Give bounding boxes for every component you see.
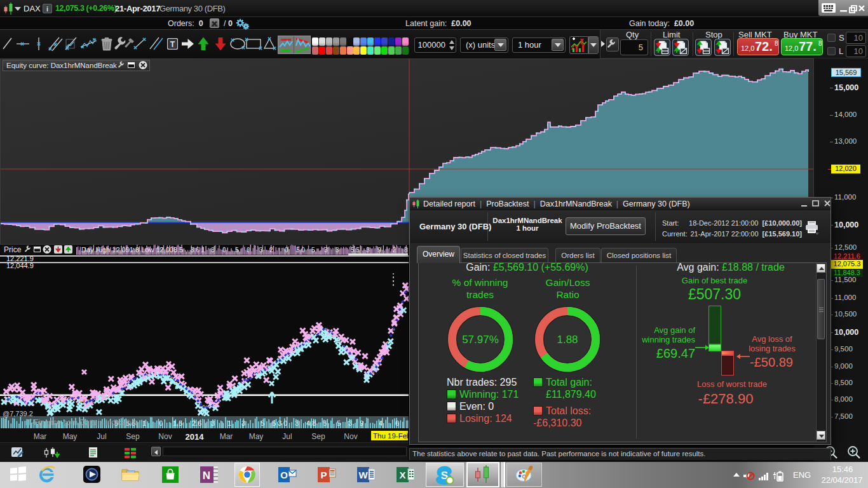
- svg-text:1: 1: [227, 419, 231, 427]
- svg-text:8: 8: [404, 247, 408, 254]
- svg-text:3: 3: [295, 419, 299, 427]
- svg-text:X: X: [399, 470, 405, 480]
- svg-text:12,044.9: 12,044.9: [6, 262, 34, 269]
- svg-text:@7,739.2: @7,739.2: [3, 410, 33, 417]
- svg-text:Nov: Nov: [158, 432, 172, 441]
- svg-text:3: 3: [366, 247, 370, 254]
- svg-text:5: 5: [235, 247, 239, 254]
- svg-text:3: 3: [348, 419, 352, 427]
- svg-text:3: 3: [324, 247, 328, 254]
- svg-text:Nov: Nov: [344, 432, 357, 441]
- svg-text:Jul: Jul: [97, 432, 106, 441]
- svg-text:May: May: [63, 432, 78, 441]
- svg-text:3: 3: [211, 419, 215, 427]
- svg-text:0: 0: [247, 247, 250, 254]
- svg-text:6: 6: [395, 419, 399, 427]
- svg-text:0: 0: [222, 247, 226, 254]
- svg-text:1.88: 1.88: [557, 334, 578, 346]
- svg-text:4.8: 4.8: [306, 419, 316, 427]
- svg-text:T: T: [170, 40, 175, 49]
- svg-text:P: P: [320, 470, 327, 480]
- svg-text:5: 5: [337, 419, 341, 427]
- svg-text:W: W: [358, 470, 368, 480]
- svg-text:1.5: 1.5: [173, 419, 182, 427]
- svg-text:0: 0: [285, 247, 288, 254]
- svg-text:4: 4: [379, 419, 383, 427]
- svg-text:2014: 2014: [186, 432, 205, 442]
- svg-text:May: May: [249, 432, 264, 441]
- svg-text:3: 3: [259, 247, 263, 254]
- svg-text:Thu 19-Feb: Thu 19-Feb: [373, 432, 409, 440]
- svg-text:5: 5: [311, 247, 315, 254]
- svg-text:1: 1: [142, 419, 146, 427]
- svg-text:2.6: 2.6: [192, 419, 201, 427]
- svg-text:O: O: [280, 470, 288, 480]
- svg-text:3: 3: [211, 247, 215, 254]
- svg-text:1: 1: [201, 247, 205, 254]
- svg-text:Mar: Mar: [220, 432, 233, 441]
- svg-text:5.5: 5.5: [351, 247, 360, 254]
- svg-text:5 3: 5 3: [272, 419, 281, 427]
- svg-text:57.97%: 57.97%: [462, 334, 499, 346]
- svg-text:5: 5: [261, 419, 264, 427]
- svg-text:0: 0: [159, 419, 163, 427]
- svg-text:iT-Finance.com Data is indica: iT-Finance.com Data is indicative: [25, 418, 137, 427]
- svg-text:Jul: Jul: [282, 432, 292, 441]
- svg-text:Sep: Sep: [311, 432, 325, 441]
- svg-text:9: 9: [377, 247, 381, 254]
- svg-text:5.0: 5.0: [296, 247, 305, 254]
- svg-text:2: 2: [393, 247, 397, 254]
- svg-text:2: 2: [269, 247, 273, 254]
- svg-text:Day High 12,091.8 Low 12,008.5: Day High 12,091.8 Low 12,008.5: [81, 246, 183, 254]
- svg-text:N: N: [203, 470, 210, 482]
- svg-text:5: 5: [323, 419, 327, 427]
- svg-text:0: 0: [283, 419, 287, 427]
- svg-text:3.6: 3.6: [191, 247, 200, 254]
- svg-text:3: 3: [241, 419, 245, 427]
- svg-text:Mar: Mar: [34, 432, 47, 441]
- svg-text:9: 9: [360, 419, 363, 427]
- svg-text:3: 3: [336, 247, 339, 254]
- svg-text:Sep: Sep: [126, 432, 140, 441]
